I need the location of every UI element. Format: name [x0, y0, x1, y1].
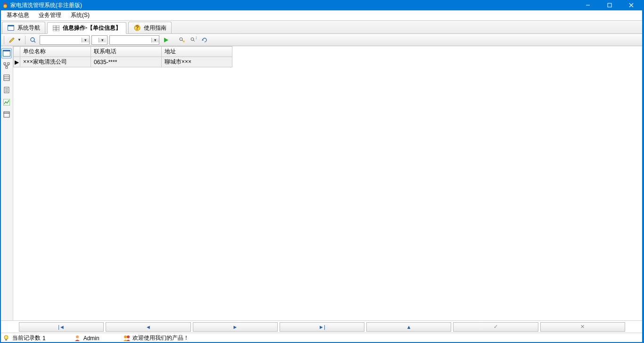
svg-rect-41 — [4, 112, 9, 113]
palette-list-icon[interactable] — [1, 73, 12, 83]
tab-bar: 系统导航 信息操作-【单位信息】 ? 使用指南 — [0, 21, 644, 34]
chevron-down-icon: ▾ — [82, 38, 89, 42]
table-icon — [52, 24, 60, 32]
column-header-address[interactable]: 地址 — [162, 47, 232, 57]
maximize-button[interactable] — [599, 0, 620, 10]
nav-cancel-button[interactable]: ✕ — [540, 322, 625, 332]
nav-prev-button[interactable]: ◄ — [106, 322, 190, 332]
menu-system[interactable]: 系统(S) — [66, 10, 94, 20]
find-next-icon[interactable]: » — [189, 35, 198, 45]
svg-point-46 — [127, 335, 130, 338]
window-title: 家电清洗管理系统(非注册版) — [10, 1, 577, 9]
svg-rect-32 — [4, 75, 9, 81]
palette-doc-icon[interactable] — [1, 85, 12, 95]
svg-point-42 — [4, 335, 8, 339]
svg-line-20 — [193, 40, 195, 41]
palette-view-icon[interactable] — [1, 48, 12, 58]
svg-point-45 — [124, 335, 127, 338]
refresh-icon[interactable] — [200, 35, 209, 45]
separator — [4, 36, 4, 44]
status-user-name: Admin — [83, 335, 99, 342]
status-bar: 当前记录数 1 Admin 欢迎使用我们的产品！ — [0, 333, 644, 343]
svg-line-14 — [34, 41, 35, 42]
svg-rect-26 — [8, 63, 9, 65]
find-person-icon[interactable] — [177, 35, 187, 45]
svg-text:?: ? — [135, 24, 139, 31]
tab-label: 系统导航 — [17, 24, 40, 32]
cell-phone[interactable]: 0635-**** — [91, 57, 162, 67]
search-value-combo[interactable]: ▾ — [109, 35, 159, 45]
palette-chart-icon[interactable] — [1, 97, 12, 107]
tab-unit-info[interactable]: 信息操作-【单位信息】 — [47, 22, 126, 34]
svg-marker-22 — [202, 39, 204, 41]
window-border — [0, 10, 1, 343]
svg-rect-40 — [4, 113, 9, 117]
svg-marker-15 — [164, 38, 168, 42]
svg-point-0 — [3, 4, 7, 8]
svg-rect-24 — [3, 51, 10, 56]
side-palette — [0, 46, 13, 320]
svg-text:»: » — [196, 37, 197, 41]
svg-rect-27 — [6, 66, 8, 68]
record-navigator: |◄ ◄ ► ►| ▲ ✓ ✕ — [0, 320, 644, 333]
menu-bar: 基本信息 业务管理 系统(S) — [0, 10, 644, 21]
svg-point-18 — [183, 41, 185, 42]
svg-rect-6 — [8, 26, 14, 30]
nav-next-button[interactable]: ► — [193, 322, 278, 332]
svg-rect-2 — [608, 3, 611, 7]
row-indicator-header — [14, 47, 20, 57]
table-row[interactable]: ▶ ×××家电清洗公司 0635-**** 聊城市××× — [14, 57, 232, 67]
lightbulb-icon — [3, 335, 10, 342]
tab-system-nav[interactable]: 系统导航 — [2, 22, 45, 33]
nav-confirm-button[interactable]: ✓ — [453, 322, 538, 332]
user-icon — [74, 335, 82, 342]
title-bar: 家电清洗管理系统(非注册版) — [0, 0, 644, 10]
help-icon: ? — [133, 24, 141, 32]
data-grid[interactable]: 单位名称 联系电话 地址 ▶ ×××家电清洗公司 0635-**** 聊城市××… — [13, 46, 644, 320]
search-icon[interactable] — [28, 35, 38, 45]
svg-rect-25 — [4, 63, 6, 65]
svg-rect-43 — [5, 339, 7, 341]
edit-dropdown[interactable]: ▼ — [7, 35, 22, 45]
app-icon — [2, 2, 8, 8]
nav-up-button[interactable]: ▲ — [366, 322, 451, 332]
search-field-combo[interactable]: ▾ — [40, 35, 90, 45]
status-record-count: 当前记录数 1 — [3, 334, 46, 342]
status-record-label: 当前记录数 — [12, 334, 41, 342]
close-button[interactable] — [620, 0, 642, 10]
tab-label: 信息操作-【单位信息】 — [63, 24, 121, 32]
status-welcome: 欢迎使用我们的产品！ — [123, 334, 189, 342]
cell-address[interactable]: 聊城市××× — [162, 57, 232, 67]
pencil-icon — [7, 35, 17, 45]
users-icon — [123, 335, 131, 342]
svg-point-44 — [76, 335, 79, 338]
status-record-number: 1 — [42, 335, 46, 342]
tab-help-guide[interactable]: ? 使用指南 — [128, 22, 172, 33]
chevron-down-icon: ▾ — [99, 38, 106, 42]
svg-rect-39 — [3, 99, 10, 106]
tab-label: 使用指南 — [144, 24, 166, 32]
cell-name[interactable]: ×××家电清洗公司 — [20, 57, 91, 67]
menu-basic-info[interactable]: 基本信息 — [2, 10, 34, 20]
status-welcome-text: 欢迎使用我们的产品！ — [132, 334, 189, 342]
chevron-down-icon: ▾ — [151, 38, 159, 42]
main-area: 单位名称 联系电话 地址 ▶ ×××家电清洗公司 0635-**** 聊城市××… — [0, 46, 644, 320]
palette-archive-icon[interactable] — [1, 109, 12, 120]
nav-first-button[interactable]: |◄ — [19, 322, 104, 332]
status-user: Admin — [74, 335, 99, 342]
window-icon — [7, 24, 15, 32]
palette-tree-icon[interactable] — [1, 60, 12, 71]
svg-point-13 — [31, 38, 34, 41]
window-border — [642, 10, 644, 343]
run-button[interactable] — [161, 35, 171, 45]
menu-business[interactable]: 业务管理 — [34, 10, 66, 20]
nav-last-button[interactable]: ►| — [280, 322, 364, 332]
search-op-combo[interactable]: ▾ — [91, 35, 107, 45]
row-indicator-icon: ▶ — [14, 57, 20, 67]
column-header-name[interactable]: 单位名称 — [20, 47, 91, 57]
column-header-phone[interactable]: 联系电话 — [91, 47, 162, 57]
chevron-down-icon: ▼ — [17, 38, 22, 42]
minimize-button[interactable] — [577, 0, 599, 10]
separator — [25, 36, 25, 44]
toolbar: ▼ ▾ ▾ ▾ » — [0, 34, 644, 46]
